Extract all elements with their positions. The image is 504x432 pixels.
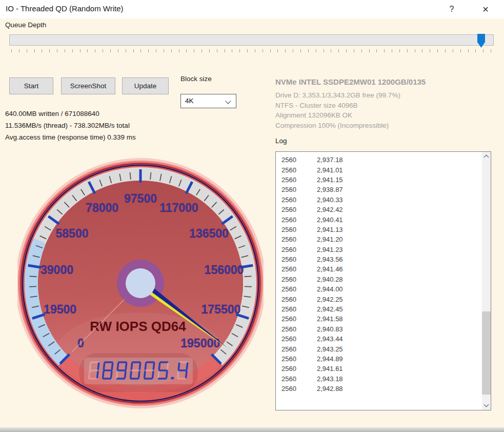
log-col-qd: 2560 <box>281 166 317 174</box>
log-col-qd: 2560 <box>281 206 317 213</box>
svg-text:136500: 136500 <box>189 227 229 240</box>
log-col-iops: 2,937.18 <box>317 156 343 164</box>
log-col-qd: 2560 <box>281 375 317 383</box>
svg-text:175500: 175500 <box>201 303 241 316</box>
svg-text:39000: 39000 <box>41 263 73 277</box>
chevron-down-icon <box>225 98 231 104</box>
log-row[interactable]: 25602,941.46 <box>276 264 481 274</box>
log-row[interactable]: 25602,944.89 <box>276 354 481 364</box>
log-col-qd: 2560 <box>281 235 317 243</box>
log-row[interactable]: 25602,937.18 <box>276 155 481 165</box>
log-rows: 25602,937.1825602,941.0125602,941.152560… <box>276 155 481 409</box>
log-col-iops: 2,941.61 <box>317 365 343 372</box>
log-col-qd: 2560 <box>281 216 317 224</box>
screenshot-button[interactable]: ScreenShot <box>61 77 115 94</box>
log-scrollbar[interactable] <box>482 152 491 410</box>
log-col-qd: 2560 <box>281 305 317 313</box>
log-col-iops: 2,941.20 <box>317 235 343 243</box>
log-col-qd: 2560 <box>281 385 317 392</box>
log-row[interactable]: 25602,942.45 <box>276 304 481 314</box>
drive-filesystem: NTFS - Cluster size 4096B <box>275 101 400 111</box>
log-col-iops: 2,944.89 <box>317 355 343 363</box>
log-col-iops: 2,938.87 <box>317 186 343 193</box>
log-row[interactable]: 25602,941.15 <box>276 175 481 185</box>
log-col-qd: 2560 <box>281 226 317 233</box>
drive-free-space: Drive D: 3,353.1/3,343.2GB free (99.7%) <box>275 90 400 101</box>
queue-depth-label: Queue Depth <box>5 21 46 29</box>
log-col-iops: 2,941.46 <box>317 265 343 273</box>
log-row[interactable]: 25602,942.88 <box>276 384 481 394</box>
window-bottom-edge <box>0 427 504 432</box>
stat-speed: 11.536MB/s (thread) - 738.302MB/s total <box>5 120 136 131</box>
log-col-qd: 2560 <box>281 196 317 204</box>
start-button[interactable]: Start <box>9 77 53 94</box>
svg-text:RW IOPS QD64: RW IOPS QD64 <box>90 319 186 334</box>
block-size-select[interactable]: 4K <box>180 94 236 108</box>
log-row[interactable]: 25602,943.25 <box>276 344 481 354</box>
svg-text:156000: 156000 <box>205 263 244 277</box>
log-listbox[interactable]: 25602,937.1825602,941.0125602,941.152560… <box>275 151 491 410</box>
svg-text:58500: 58500 <box>56 227 89 240</box>
scrollbar-thumb[interactable] <box>482 311 491 395</box>
scroll-up-button[interactable] <box>482 152 491 161</box>
log-col-iops: 2,943.56 <box>317 256 343 263</box>
dialog-io-threaded-qd: IO - Threaded QD (Random Write) ? ✕ Queu… <box>0 0 504 432</box>
help-button[interactable]: ? <box>440 0 463 18</box>
log-row[interactable]: 25602,940.83 <box>276 324 481 334</box>
log-col-qd: 2560 <box>281 335 317 343</box>
log-row[interactable]: 25602,940.41 <box>276 214 481 224</box>
log-col-qd: 2560 <box>281 325 317 333</box>
drive-model: NVMe INTEL SSDPE2MW01 1200GB/0135 <box>275 77 426 86</box>
log-col-iops: 2,943.18 <box>317 375 343 383</box>
log-col-qd: 2560 <box>281 265 317 273</box>
log-col-qd: 2560 <box>281 276 317 283</box>
queue-depth-slider-track[interactable] <box>9 34 494 46</box>
window-title: IO - Threaded QD (Random Write) <box>6 4 124 13</box>
log-col-iops: 2,940.28 <box>317 276 343 283</box>
log-col-qd: 2560 <box>281 345 317 353</box>
drive-details: Drive D: 3,353.1/3,343.2GB free (99.7%) … <box>275 90 400 130</box>
svg-text:78000: 78000 <box>86 201 118 214</box>
log-row[interactable]: 25602,940.33 <box>276 195 481 205</box>
queue-depth-slider-ticks <box>9 49 494 53</box>
log-row[interactable]: 25602,938.87 <box>276 185 481 194</box>
stats-block: 640.00MB written / 671088640 11.536MB/s … <box>5 108 136 143</box>
svg-text:19500: 19500 <box>44 303 76 316</box>
log-row[interactable]: 25602,942.42 <box>276 205 481 214</box>
block-size-value: 4K <box>185 97 194 105</box>
log-row[interactable]: 25602,944.00 <box>276 284 481 294</box>
log-row[interactable]: 25602,941.01 <box>276 165 481 174</box>
scroll-down-button[interactable] <box>482 401 491 410</box>
log-col-iops: 2,944.00 <box>317 285 343 293</box>
close-button[interactable]: ✕ <box>474 0 497 18</box>
log-row[interactable]: 25602,941.58 <box>276 314 481 324</box>
log-col-qd: 2560 <box>281 296 317 303</box>
log-col-qd: 2560 <box>281 256 317 263</box>
log-row[interactable]: 25602,940.28 <box>276 274 481 284</box>
log-col-iops: 2,940.41 <box>317 216 343 224</box>
log-row[interactable]: 25602,941.13 <box>276 225 481 234</box>
log-row[interactable]: 25602,943.56 <box>276 254 481 264</box>
log-col-iops: 2,940.83 <box>317 325 343 333</box>
log-row[interactable]: 25602,941.20 <box>276 234 481 244</box>
log-row[interactable]: 25602,942.25 <box>276 294 481 304</box>
svg-text:117000: 117000 <box>159 201 198 214</box>
log-col-iops: 2,941.01 <box>317 166 343 174</box>
log-col-iops: 2,941.13 <box>317 226 343 233</box>
log-col-qd: 2560 <box>281 315 317 323</box>
log-row[interactable]: 25602,943.44 <box>276 334 481 344</box>
log-row[interactable]: 25602,941.61 <box>276 364 481 374</box>
update-button[interactable]: Update <box>122 77 169 94</box>
log-col-qd: 2560 <box>281 285 317 293</box>
log-col-iops: 2,941.15 <box>317 176 343 184</box>
log-col-qd: 2560 <box>281 186 317 193</box>
log-col-qd: 2560 <box>281 176 317 184</box>
log-col-iops: 2,942.88 <box>317 385 343 392</box>
log-col-iops: 2,941.58 <box>317 315 343 323</box>
log-col-iops: 2,943.44 <box>317 335 343 343</box>
log-row[interactable]: 25602,943.18 <box>276 374 481 384</box>
drive-alignment: Alignment 132096KB OK <box>275 110 400 121</box>
log-col-qd: 2560 <box>281 365 317 372</box>
log-row[interactable]: 25602,941.23 <box>276 245 481 254</box>
svg-text:97500: 97500 <box>124 192 157 205</box>
